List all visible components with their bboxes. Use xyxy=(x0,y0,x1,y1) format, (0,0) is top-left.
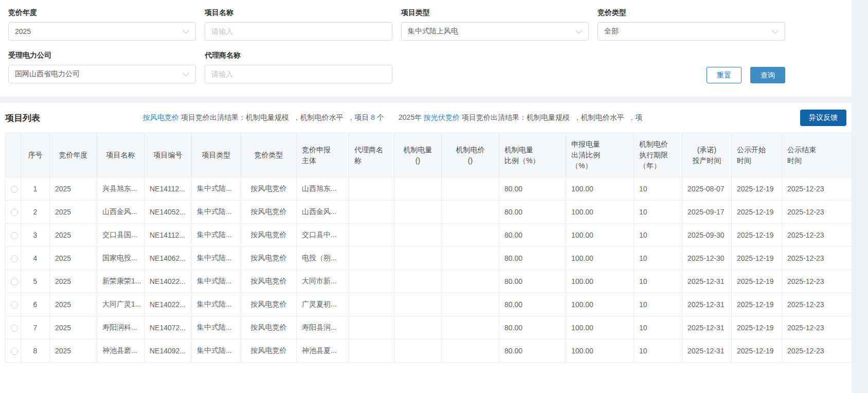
row-radio[interactable] xyxy=(11,301,18,309)
column-header-10: 机制电价 () xyxy=(442,133,499,177)
agent-name-input[interactable] xyxy=(211,70,376,78)
bid-type-select[interactable]: 全部 xyxy=(598,22,785,41)
cell: 神池县夏... xyxy=(297,340,349,363)
row-select-cell xyxy=(6,247,21,270)
page: 竞价年度 2025 项目名称 项目类型 集中式陆上风电 xyxy=(0,0,852,393)
project-table-wrap: 序号竞价年度项目名称项目编号项目类型竞价类型竞价申报 主体代理商名 称机制电量 … xyxy=(5,133,846,363)
objection-feedback-button[interactable]: 异议反馈 xyxy=(800,110,846,126)
field-agent-name: 代理商名称 xyxy=(205,51,392,83)
row-select-cell xyxy=(6,293,21,316)
cell: 100.00 xyxy=(566,247,634,270)
cell xyxy=(349,177,394,201)
row-radio[interactable] xyxy=(11,255,18,262)
cell: 新荣康荣1... xyxy=(97,270,144,293)
cell: 集中式陆... xyxy=(192,201,241,224)
power-company-value: 国网山西省电力公司 xyxy=(15,69,80,79)
list-header: 项目列表 按风电竞价 项目竞价出清结果：机制电量规模 ，机制电价水平 ，项目 8… xyxy=(5,110,846,126)
cell: 按风电竞价 xyxy=(241,340,297,363)
cell: 4 xyxy=(21,247,50,270)
chevron-down-icon xyxy=(575,27,582,34)
table-row: 32025交口县国...NE14112...集中式陆...按风电竞价交口县中..… xyxy=(6,224,852,247)
cell xyxy=(349,247,394,270)
row-radio[interactable] xyxy=(11,232,18,239)
table-row: 62025大同广灵1...NE14022...集中式陆...按风电竞价广灵夏初.… xyxy=(6,293,852,316)
cell: 交口县中... xyxy=(297,224,349,247)
cell: 7 xyxy=(21,316,50,340)
cell: NE14022... xyxy=(144,270,192,293)
column-header-4: 项目编号 xyxy=(144,133,192,177)
cell: 按风电竞价 xyxy=(241,201,297,224)
column-header-11: 机制电量 比例（%） xyxy=(499,133,566,177)
cell: 集中式陆... xyxy=(192,316,241,340)
cell: NE14112... xyxy=(144,177,192,201)
row-select-cell xyxy=(6,316,21,340)
chevron-down-icon xyxy=(772,27,779,34)
column-header-3: 项目名称 xyxy=(97,133,144,177)
cell xyxy=(349,201,394,224)
cell: NE14092... xyxy=(144,340,192,363)
cell: 集中式陆... xyxy=(192,177,241,201)
cell: 2025-08-07 xyxy=(682,177,732,201)
search-button[interactable]: 查询 xyxy=(750,67,785,83)
field-project-name: 项目名称 xyxy=(205,8,392,41)
pv-bid-link[interactable]: 按光伏竞价 xyxy=(424,113,460,121)
cell xyxy=(349,293,394,316)
pv-notice-lead: 2025年 xyxy=(399,113,424,121)
field-bid-year: 竞价年度 2025 xyxy=(8,8,196,41)
cell xyxy=(394,340,442,363)
table-row: 82025神池县磨...NE14092...集中式陆...按风电竞价神池县夏..… xyxy=(6,340,852,363)
cell: 集中式陆... xyxy=(192,247,241,270)
cell: 按风电竞价 xyxy=(241,177,297,201)
cell xyxy=(394,177,442,201)
row-radio[interactable] xyxy=(11,209,18,216)
cell: 10 xyxy=(634,293,682,316)
page-title: 项目列表 xyxy=(5,112,40,124)
cell: 10 xyxy=(634,270,682,293)
row-radio[interactable] xyxy=(11,278,18,285)
cell: 2025-12-23 xyxy=(782,177,852,201)
cell: 2025 xyxy=(50,293,97,316)
wind-notice-text: 项目竞价出清结果：机制电量规模 ，机制电价水平 ，项目 xyxy=(179,113,371,121)
cell: 神池县磨... xyxy=(97,340,144,363)
cell xyxy=(394,316,442,340)
column-header-7: 竞价申报 主体 xyxy=(297,133,349,177)
cell: NE14072... xyxy=(144,316,192,340)
project-name-input[interactable] xyxy=(211,27,376,35)
cell: 80.00 xyxy=(499,293,566,316)
cell: 2025 xyxy=(50,201,97,224)
cell: 80.00 xyxy=(499,177,566,201)
cell: 2025-12-19 xyxy=(732,224,782,247)
field-project-type: 项目类型 集中式陆上风电 xyxy=(401,8,589,41)
column-header-9: 机制电量 () xyxy=(394,133,442,177)
cell: 2025 xyxy=(50,247,97,270)
cell: 交口县国... xyxy=(97,224,144,247)
project-name-label: 项目名称 xyxy=(205,8,392,17)
project-type-select[interactable]: 集中式陆上风电 xyxy=(401,22,589,41)
cell: NE14062... xyxy=(144,247,192,270)
row-radio[interactable] xyxy=(11,325,18,332)
cell: 山西金风... xyxy=(297,201,349,224)
cell: 2 xyxy=(21,201,50,224)
table-row: 12025兴县旭东...NE14112...集中式陆...按风电竞价山西旭东..… xyxy=(6,177,852,201)
cell xyxy=(442,177,499,201)
wind-bid-link[interactable]: 按风电竞价 xyxy=(143,113,179,121)
cell xyxy=(349,316,394,340)
filter-grid: 竞价年度 2025 项目名称 项目类型 集中式陆上风电 xyxy=(0,8,852,83)
cell xyxy=(394,224,442,247)
row-radio[interactable] xyxy=(11,186,18,193)
cell: 2025-12-23 xyxy=(782,247,852,270)
bid-year-select[interactable]: 2025 xyxy=(8,22,196,41)
row-select-cell xyxy=(6,270,21,293)
cell: 2025-12-19 xyxy=(732,340,782,363)
cell: 按风电竞价 xyxy=(241,293,297,316)
project-type-label: 项目类型 xyxy=(401,8,589,17)
reset-button[interactable]: 重置 xyxy=(707,67,742,83)
column-header-8: 代理商名 称 xyxy=(349,133,394,177)
cell xyxy=(394,270,442,293)
power-company-select[interactable]: 国网山西省电力公司 xyxy=(8,65,196,83)
cell: 100.00 xyxy=(566,177,634,201)
row-select-cell xyxy=(6,340,21,363)
row-radio[interactable] xyxy=(11,348,18,355)
cell: 大同广灵1... xyxy=(97,293,144,316)
bid-type-label: 竞价类型 xyxy=(598,8,785,17)
